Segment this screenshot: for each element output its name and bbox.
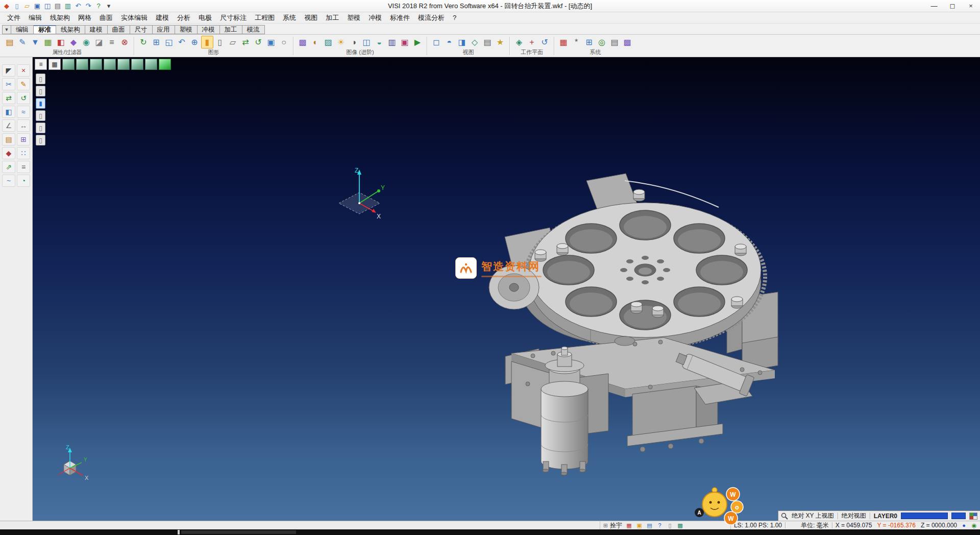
ribbon-tab[interactable]: 模流 — [242, 25, 265, 34]
layer-filter-icon[interactable]: ▦ — [42, 36, 54, 48]
color-filter-icon[interactable]: ◧ — [55, 36, 67, 48]
ribbon-tab[interactable]: 编辑 — [11, 25, 34, 34]
ribbon-tab[interactable]: 冲模 — [198, 25, 220, 34]
layers-panel-icon[interactable]: ▤ — [2, 133, 15, 145]
visibility-filter-icon[interactable]: ◉ — [80, 36, 92, 48]
menu-item[interactable]: 冲模 — [364, 12, 386, 23]
view-clip-3-icon[interactable]: ▮ — [36, 98, 45, 109]
menu-item[interactable]: 标准件 — [386, 12, 414, 23]
named-views-icon[interactable]: ▤ — [481, 36, 494, 48]
front-view-icon[interactable]: ◻ — [430, 36, 443, 48]
ribbon-tab[interactable]: 曲面 — [108, 25, 130, 34]
mask-icon[interactable]: ◪ — [93, 36, 105, 48]
scrollbar-thumb[interactable] — [181, 530, 296, 534]
align-icon[interactable]: ≡ — [17, 161, 30, 173]
menu-item[interactable]: 实体编辑 — [117, 12, 152, 23]
magnifier-icon[interactable] — [781, 513, 788, 520]
group-icon[interactable]: ⊞ — [17, 133, 30, 145]
hidden-line-icon[interactable]: ▱ — [227, 36, 239, 48]
save-icon[interactable]: ▣ — [33, 2, 42, 11]
customize-quick-access-icon[interactable]: ▾ — [104, 2, 113, 11]
attribute-brush-icon[interactable]: ✎ — [16, 36, 29, 48]
menu-item[interactable]: 网格 — [74, 12, 95, 23]
view-clip-6-icon[interactable]: ▯ — [36, 135, 45, 145]
fit-selection-icon[interactable]: ▣ — [265, 36, 277, 48]
new-file-icon[interactable]: ▯ — [12, 2, 21, 11]
selection-lock-icon[interactable]: ▦ — [625, 522, 633, 529]
menu-item[interactable]: 模流分析 — [414, 12, 449, 23]
quad-color-icon[interactable] — [969, 513, 977, 520]
view-cube-right-icon[interactable] — [90, 59, 102, 70]
texture-icon[interactable]: ▨ — [322, 36, 334, 48]
tab-dropdown-icon[interactable]: ▼ — [2, 25, 11, 34]
display-mode-icon[interactable]: ▦ — [48, 59, 61, 70]
ribbon-tab[interactable]: 加工 — [220, 25, 242, 34]
offset-icon[interactable]: ≈ — [17, 106, 30, 118]
menu-item[interactable]: 塑模 — [343, 12, 364, 23]
menu-item[interactable]: 编辑 — [24, 12, 46, 23]
view-cube-top-icon[interactable] — [62, 59, 75, 70]
menu-item[interactable]: 文件 — [3, 12, 24, 23]
array-icon[interactable]: ∷ — [17, 147, 30, 159]
menu-item[interactable]: 工程图 — [251, 12, 279, 23]
wireframe-view-icon[interactable]: ▯ — [214, 36, 226, 48]
open-file-icon[interactable]: ▱ — [22, 2, 32, 11]
help-icon[interactable]: ? — [94, 2, 103, 11]
side-view-icon[interactable]: ◨ — [456, 36, 468, 48]
filter-icon[interactable]: ▼ — [29, 36, 41, 48]
app-icon[interactable]: ◆ — [2, 2, 11, 11]
menu-item[interactable]: 电极 — [194, 12, 216, 23]
system-colors-icon[interactable]: ▦ — [557, 36, 570, 48]
zoom-previous-icon[interactable]: ↶ — [176, 36, 188, 48]
print-icon[interactable]: ▤ — [53, 2, 62, 11]
help-status-icon[interactable]: ? — [656, 522, 664, 529]
redraw-icon[interactable]: ○ — [278, 36, 290, 48]
render-settings-icon[interactable]: ▩ — [297, 36, 309, 48]
render-status-icon[interactable]: ▩ — [676, 522, 684, 529]
view-manager-icon[interactable]: ★ — [494, 36, 506, 48]
rotate-icon[interactable]: ↺ — [17, 92, 30, 104]
refresh-view-icon[interactable]: ↻ — [137, 36, 150, 48]
shaded-view-icon[interactable]: ▮ — [201, 36, 213, 48]
background-icon[interactable]: ▥ — [386, 36, 398, 48]
redo-icon[interactable]: ↷ — [84, 2, 93, 11]
workplane-reset-icon[interactable]: ↺ — [538, 36, 551, 48]
menu-item[interactable]: 视图 — [300, 12, 322, 23]
select-arrow-icon[interactable]: ◤ — [2, 64, 15, 77]
viewport-3d[interactable]: ≡ ▦ — [33, 57, 980, 521]
highlight-icon[interactable]: ▣ — [635, 522, 643, 529]
menu-item[interactable]: 线架构 — [46, 12, 74, 23]
dimension-icon[interactable]: ↔ — [17, 119, 30, 132]
plot-icon[interactable]: ▥ — [63, 2, 72, 11]
view-cube-back-icon[interactable] — [117, 59, 130, 70]
view-cube-iso2-icon[interactable] — [145, 59, 157, 70]
globe-icon[interactable]: ◉ — [970, 522, 978, 529]
light-icon[interactable]: ☀ — [335, 36, 347, 48]
view-clip-4-icon[interactable]: ▯ — [36, 110, 45, 121]
zoom-in-icon[interactable]: ⊕ — [188, 36, 201, 48]
element-filter-icon[interactable]: ◆ — [67, 36, 80, 48]
restore-button[interactable]: ◻ — [943, 0, 962, 12]
snapshot-icon[interactable]: ▣ — [399, 36, 411, 48]
surface-icon[interactable]: ◔ — [17, 175, 30, 187]
measure-icon[interactable]: ∠ — [2, 119, 15, 132]
reset-filter-icon[interactable]: ⊗ — [118, 36, 131, 48]
scale-icon[interactable]: ⇗ — [2, 161, 15, 173]
zoom-window-icon[interactable]: ◱ — [163, 36, 175, 48]
shadow-icon[interactable]: ◑ — [348, 36, 360, 48]
view-cube-iso1-icon[interactable] — [131, 59, 143, 70]
delete-icon[interactable]: × — [17, 64, 30, 77]
top-view-icon[interactable]: ◓ — [443, 36, 455, 48]
menu-item[interactable]: 分析 — [173, 12, 194, 23]
view-list-icon[interactable]: ≡ — [35, 59, 47, 70]
network-status-icon[interactable]: ● — [960, 522, 968, 529]
options-icon[interactable]: ▩ — [621, 36, 633, 48]
material-icon[interactable]: ◐ — [309, 36, 322, 48]
view-clip-1-icon[interactable]: ▯ — [36, 74, 45, 84]
grid-icon[interactable]: ⊞ — [583, 36, 595, 48]
snap-toggle[interactable]: ⊞ 拴宇 — [603, 521, 622, 530]
menu-item[interactable]: 尺寸标注 — [216, 12, 251, 23]
view-clip-5-icon[interactable]: ▯ — [36, 123, 45, 133]
view-cube-iso-active-icon[interactable] — [159, 59, 171, 70]
bottom-scrollbar[interactable] — [0, 529, 980, 535]
